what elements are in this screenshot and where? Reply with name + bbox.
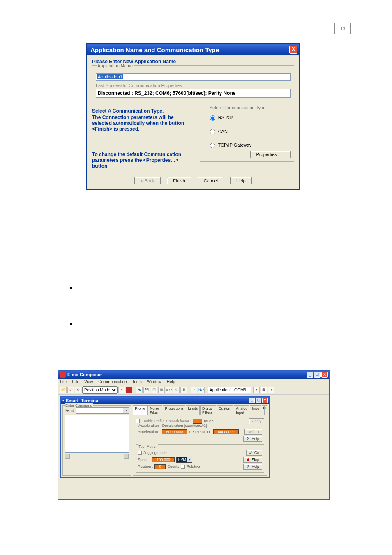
application-dropdown[interactable]: Application1_COM6	[208, 387, 251, 393]
tabs-row: Profile Noise Filter Protections Limits …	[133, 405, 267, 415]
go-button[interactable]: ✔ Go	[246, 450, 262, 456]
send-label: Send	[65, 408, 74, 413]
tab-analog-input[interactable]: Analog Input	[234, 405, 249, 415]
bullet-icon	[70, 287, 72, 289]
smart-terminal-window: •Smart_Terminal _ ☐ X Enter Command Send…	[60, 396, 270, 478]
tab-protections[interactable]: Protections	[163, 405, 185, 415]
dialog-titlebar: Application Name and Communication Type …	[87, 44, 299, 55]
close-icon[interactable]: X	[262, 398, 268, 403]
menu-view[interactable]: View	[84, 380, 93, 384]
menu-communication[interactable]: Communication	[98, 380, 127, 384]
toolbar-grid-icon[interactable]: ▦	[158, 387, 165, 393]
group-application-name: Application Name Application1 Last Succe…	[92, 65, 294, 102]
toolbar-dropdown-icon[interactable]: ▾	[253, 387, 260, 393]
tabs-scroll-right-icon[interactable]: ▸	[265, 405, 267, 415]
enable-profile-checkbox[interactable]	[136, 419, 140, 423]
send-combobox[interactable]: ▾	[76, 407, 129, 414]
scroll-left-icon[interactable]	[65, 454, 70, 459]
toolbar-monitor-icon[interactable]: 🖥	[180, 387, 187, 393]
toolbar-run-icon[interactable]: ✶	[118, 387, 125, 393]
menu-edit[interactable]: Edit	[72, 380, 79, 384]
toolbar-syn-icon[interactable]: SYN	[166, 387, 172, 393]
speed-value[interactable]: 100,000	[152, 457, 175, 462]
body-bullet-1-container	[70, 284, 339, 289]
jogging-mode-label: Jogging mode	[143, 451, 167, 455]
chevron-down-icon[interactable]: ▾	[123, 408, 129, 413]
tab-profile[interactable]: Profile	[133, 405, 148, 415]
relative-checkbox[interactable]	[181, 465, 185, 469]
horizontal-scrollbar[interactable]	[65, 454, 129, 459]
relative-label: Relative	[187, 465, 200, 469]
maximize-icon[interactable]: ☐	[256, 398, 261, 403]
minimize-icon[interactable]: _	[307, 372, 313, 378]
cancel-button[interactable]: Cancel	[198, 177, 224, 184]
radio-rs232[interactable]	[210, 115, 215, 121]
page-number-box: 13	[334, 23, 351, 34]
test-motion-legend: Test Motion	[138, 444, 158, 449]
scroll-right-icon[interactable]	[124, 454, 129, 459]
toolbar-open-icon[interactable]: 📂	[60, 387, 67, 393]
mainwin-titlebar: Elmo Composer _ ☐ X	[58, 371, 329, 379]
toolbar-graph-icon[interactable]: 📈	[67, 387, 74, 393]
bullet-icon	[70, 323, 72, 325]
accel-help-button[interactable]: ? Help	[243, 436, 262, 442]
decel-label: Deceleration :	[189, 430, 212, 434]
enter-command-group: Enter Command Send ▾	[62, 405, 131, 476]
smartwin-titlebar: •Smart_Terminal _ ☐ X	[61, 397, 269, 404]
position-label: Position :	[138, 465, 153, 469]
help-icon: ?	[246, 465, 250, 469]
jogging-mode-checkbox[interactable]	[138, 451, 142, 455]
tab-custom[interactable]: Custom	[217, 405, 233, 415]
close-icon[interactable]: X	[321, 372, 328, 378]
stop-button[interactable]: ✖ Stop	[243, 457, 262, 463]
toolbar-motor-icon[interactable]: ⚙	[75, 387, 81, 393]
smooth-factor-unit: mSec.	[204, 419, 214, 423]
decel-value[interactable]: 60000000	[213, 429, 239, 434]
toolbar-info-icon[interactable]: ?	[268, 387, 274, 393]
chevron-down-icon[interactable]: ▾	[187, 457, 192, 462]
accel-value[interactable]: 60000000	[162, 429, 187, 434]
motion-help-button[interactable]: ? Help	[243, 464, 262, 470]
toolbar-help-icon[interactable]: ?	[191, 387, 197, 393]
select-comm-heading: Select A Communication Type.	[92, 108, 195, 114]
menu-tools[interactable]: Tools	[132, 380, 141, 384]
menu-help[interactable]: Help	[167, 380, 175, 384]
toolbar-save-icon[interactable]: 💾	[143, 387, 150, 393]
toolbar-wizard-icon[interactable]: 🔦	[136, 387, 143, 393]
mainwin-title: Elmo Composer	[67, 372, 102, 377]
position-unit: Counts	[167, 465, 179, 469]
speed-unit-dropdown[interactable]: RPM ▾	[176, 457, 192, 463]
radio-rs232-label: RS 232	[218, 115, 233, 120]
help-button[interactable]: Help	[230, 177, 252, 184]
toolbar-scope-icon[interactable]: 🐇	[173, 387, 180, 393]
toolbar-whatsthis-icon[interactable]: №?	[198, 387, 205, 393]
command-history-listbox[interactable]	[65, 415, 129, 453]
toolbar-connect-icon[interactable]: ☎	[261, 387, 267, 393]
application-name-input[interactable]: Application1	[96, 73, 291, 81]
accel-decel-group: Acceleration - Deceleration [count/sec.^…	[136, 426, 264, 445]
radio-can[interactable]	[210, 129, 215, 134]
position-value[interactable]: 0	[154, 464, 166, 469]
menu-window[interactable]: Window	[147, 380, 161, 384]
smooth-factor-value[interactable]: 0	[193, 419, 202, 424]
smartwin-title: Smart_Terminal	[66, 398, 99, 403]
minimize-icon[interactable]: _	[249, 398, 255, 403]
menu-file[interactable]: File	[60, 380, 67, 384]
properties-button[interactable]: Properties . . .	[250, 151, 291, 158]
tab-inputs[interactable]: Inpu	[250, 405, 261, 415]
toolbar-separator	[189, 387, 189, 393]
maximize-icon[interactable]: ☐	[314, 372, 321, 378]
toolbar-stop-icon[interactable]	[126, 387, 132, 393]
toolbar: 📂 📈 ⚙ Position Mode ✶ 🔦 💾 📋 ▦ SYN 🐇 🖥 ? …	[58, 385, 329, 395]
close-icon[interactable]: X	[289, 46, 297, 54]
tab-limits[interactable]: Limits	[186, 405, 200, 415]
finish-button[interactable]: Finish	[167, 177, 191, 184]
toolbar-notes-icon[interactable]: 📋	[151, 387, 157, 393]
accel-label: Acceleration :	[138, 430, 160, 434]
tab-digital-filters[interactable]: Digital Filters	[200, 405, 216, 415]
menubar: File Edit View Communication Tools Windo…	[58, 379, 329, 385]
radio-tcpip[interactable]	[210, 143, 215, 148]
accel-decel-legend: Acceleration - Deceleration [count/sec.^…	[138, 424, 208, 428]
tab-noise[interactable]: Noise Filter	[148, 405, 163, 415]
mode-dropdown[interactable]: Position Mode	[82, 386, 118, 394]
